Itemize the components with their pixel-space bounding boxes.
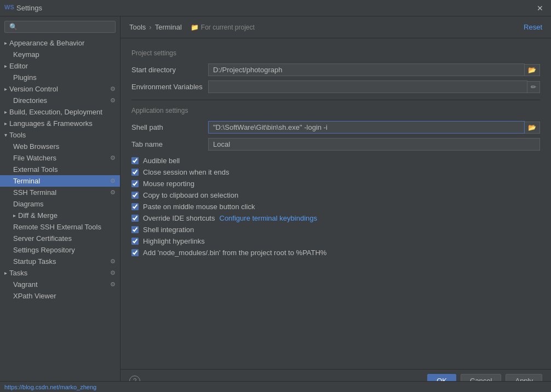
sidebar-item-keymap[interactable]: Keymap <box>0 49 120 60</box>
close-button[interactable]: ✕ <box>533 3 547 14</box>
checkbox-label-add-node-modules: Add 'node_modules/.bin' from the project… <box>143 249 326 257</box>
sidebar-item-languages[interactable]: ▸Languages & Frameworks <box>0 118 120 129</box>
titlebar: WS Settings ✕ <box>0 0 551 16</box>
shell-path-browse[interactable]: 📂 <box>525 122 540 134</box>
sidebar-item-tasks[interactable]: ▸Tasks⚙ <box>0 267 120 279</box>
sidebar-item-xpath-viewer[interactable]: XPath Viewer <box>0 290 120 302</box>
sidebar-item-vagrant[interactable]: Vagrant⚙ <box>0 279 120 290</box>
badge-icon: ⚙ <box>110 97 116 104</box>
reset-button[interactable]: Reset <box>524 23 542 31</box>
start-directory-row: Start directory 📂 <box>131 64 540 76</box>
sidebar-item-label: Web Browsers <box>13 142 59 151</box>
checkbox-label-close-session: Close session when it ends <box>143 168 229 176</box>
sidebar-item-diagrams[interactable]: Diagrams <box>0 198 120 210</box>
tab-name-input-wrap <box>208 138 540 151</box>
start-directory-browse[interactable]: 📂 <box>525 64 540 76</box>
start-directory-input-wrap: 📂 <box>208 64 540 76</box>
sidebar-item-startup-tasks[interactable]: Startup Tasks⚙ <box>0 256 120 267</box>
sidebar-item-file-watchers[interactable]: File Watchers⚙ <box>0 152 120 164</box>
checkbox-add-node-modules[interactable] <box>131 249 139 256</box>
sidebar-item-diff-merge[interactable]: ▸Diff & Merge <box>0 210 120 221</box>
start-directory-label: Start directory <box>131 66 208 74</box>
tab-name-input[interactable] <box>208 138 540 151</box>
checkbox-row-close-session: Close session when it ends <box>131 166 540 178</box>
checkbox-copy-clipboard[interactable] <box>131 192 139 199</box>
statusbar-url: https://blog.csdn.net/marko_zheng <box>0 381 551 392</box>
checkbox-mouse-reporting[interactable] <box>131 180 139 187</box>
shell-path-input[interactable] <box>208 121 525 134</box>
sidebar-item-label: Settings Repository <box>13 246 75 254</box>
start-directory-input[interactable] <box>208 64 525 76</box>
checkbox-label-paste-middle: Paste on middle mouse button click <box>143 203 255 211</box>
arrow-icon: ▸ <box>4 86 7 92</box>
env-variables-edit[interactable]: ✏ <box>527 81 540 93</box>
app-section-title: Application settings <box>131 107 540 114</box>
breadcrumb-current: Terminal <box>155 23 182 31</box>
checkbox-shell-integration[interactable] <box>131 226 139 233</box>
sidebar-item-plugins[interactable]: Plugins <box>0 72 120 83</box>
checkboxes-container: Audible bellClose session when it endsMo… <box>131 155 540 258</box>
badge-icon: ⚙ <box>110 258 116 265</box>
sidebar-item-settings-repo[interactable]: Settings Repository <box>0 244 120 256</box>
project-icon: 📁 <box>191 24 199 31</box>
sidebar-item-label: SSH Terminal <box>13 188 56 197</box>
section-divider <box>131 100 540 100</box>
main-content: ▸Appearance & BehaviorKeymap▸EditorPlugi… <box>0 16 551 392</box>
sidebar-item-editor[interactable]: ▸Editor <box>0 60 120 72</box>
checkbox-link-override-ide[interactable]: Configure terminal keybindings <box>220 214 317 222</box>
sidebar-item-label: Terminal <box>13 177 40 185</box>
settings-window: WS Settings ✕ ▸Appearance & BehaviorKeym… <box>0 0 551 392</box>
shell-path-label: Shell path <box>131 123 208 131</box>
checkbox-paste-middle[interactable] <box>131 203 139 210</box>
sidebar-item-label: Tasks <box>9 269 27 277</box>
sidebar-item-remote-ssh[interactable]: Remote SSH External Tools <box>0 221 120 233</box>
env-variables-row: Environment Variables ✏ <box>131 80 540 93</box>
for-project: 📁 For current project <box>191 24 255 31</box>
sidebar-item-label: XPath Viewer <box>13 292 56 300</box>
search-input[interactable] <box>4 21 116 33</box>
sidebar-item-label: Plugins <box>13 73 37 82</box>
sidebar-item-ssh-terminal[interactable]: SSH Terminal⚙ <box>0 187 120 198</box>
sidebar-nav: ▸Appearance & BehaviorKeymap▸EditorPlugi… <box>0 37 120 302</box>
checkbox-label-audible-bell: Audible bell <box>143 157 180 165</box>
sidebar-item-web-browsers[interactable]: Web Browsers <box>0 141 120 152</box>
sidebar-item-terminal[interactable]: Terminal⚙ <box>0 175 120 187</box>
sidebar-item-directories[interactable]: Directories⚙ <box>0 95 120 106</box>
sidebar-item-label: Server Certificates <box>13 234 72 243</box>
checkbox-close-session[interactable] <box>131 169 139 176</box>
sidebar-item-label: Build, Execution, Deployment <box>9 108 102 116</box>
panel-header: Tools › Terminal 📁 For current project R… <box>120 16 551 38</box>
project-section-title: Project settings <box>131 49 540 57</box>
panel-body: Project settings Start directory 📂 Envir… <box>120 38 551 369</box>
breadcrumb: Tools › Terminal <box>129 23 182 31</box>
sidebar-item-label: Tools <box>9 131 26 139</box>
for-project-label: For current project <box>201 24 255 31</box>
sidebar-item-label: Diagrams <box>13 200 44 208</box>
badge-icon: ⚙ <box>110 269 116 276</box>
sidebar-item-label: Appearance & Behavior <box>9 39 84 47</box>
sidebar-item-label: Version Control <box>9 85 58 93</box>
sidebar-item-label: Directories <box>13 96 47 105</box>
arrow-icon: ▾ <box>4 132 7 138</box>
sidebar-item-build[interactable]: ▸Build, Execution, Deployment <box>0 106 120 118</box>
sidebar-item-label: Remote SSH External Tools <box>13 223 101 231</box>
arrow-icon: ▸ <box>4 63 7 69</box>
arrow-icon: ▸ <box>4 109 7 115</box>
checkbox-override-ide[interactable] <box>131 215 139 222</box>
sidebar: ▸Appearance & BehaviorKeymap▸EditorPlugi… <box>0 16 120 392</box>
app-icon: WS <box>4 4 13 13</box>
arrow-icon: ▸ <box>4 270 7 276</box>
env-variables-input[interactable] <box>208 80 527 93</box>
badge-icon: ⚙ <box>110 281 116 288</box>
checkbox-highlight-hyperlinks[interactable] <box>131 238 139 245</box>
sidebar-item-external-tools[interactable]: External Tools <box>0 164 120 175</box>
sidebar-item-appearance[interactable]: ▸Appearance & Behavior <box>0 37 120 49</box>
checkbox-row-highlight-hyperlinks: Highlight hyperlinks <box>131 235 540 247</box>
sidebar-item-server-certs[interactable]: Server Certificates <box>0 233 120 244</box>
checkbox-audible-bell[interactable] <box>131 157 139 164</box>
sidebar-item-label: File Watchers <box>13 154 56 162</box>
sidebar-item-version-control[interactable]: ▸Version Control⚙ <box>0 83 120 95</box>
checkbox-label-override-ide: Override IDE shortcuts <box>143 214 215 222</box>
arrow-icon: ▸ <box>13 212 16 218</box>
sidebar-item-tools[interactable]: ▾Tools <box>0 129 120 141</box>
